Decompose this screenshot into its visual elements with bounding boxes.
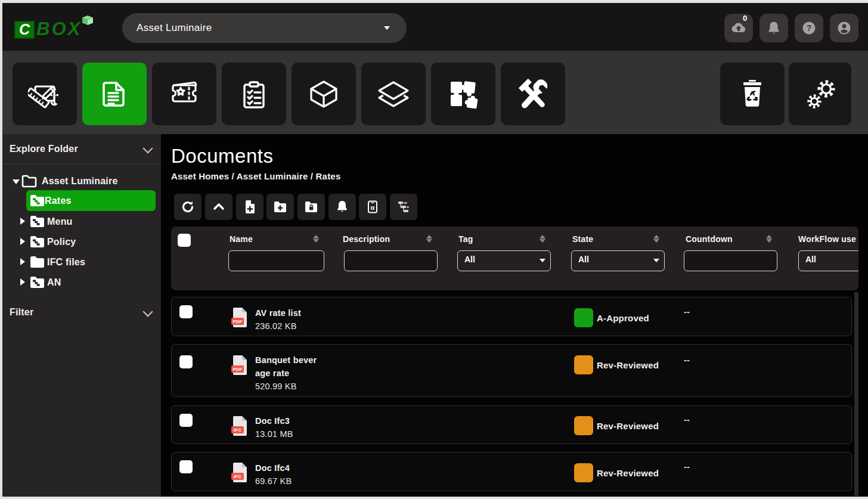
svg-text:PDF: PDF <box>233 367 243 372</box>
svg-text:α: α <box>371 204 375 211</box>
svg-text:PDF: PDF <box>233 319 243 324</box>
svg-text:IFC: IFC <box>234 474 241 479</box>
svg-text:IFC: IFC <box>234 427 241 433</box>
svg-text:?: ? <box>807 23 812 33</box>
